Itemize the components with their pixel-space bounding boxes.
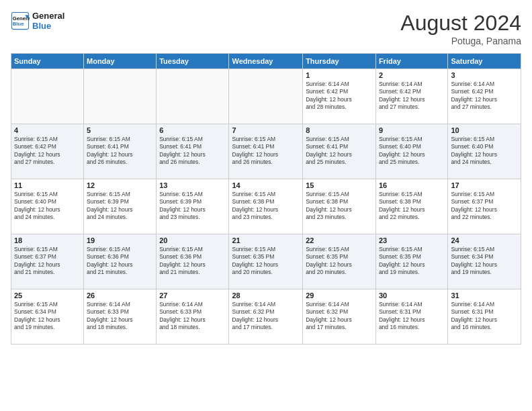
calendar-week-1: 1Sunrise: 6:14 AM Sunset: 6:42 PM Daylig… [11,69,521,124]
day-number: 22 [306,236,373,244]
day-info: Sunrise: 6:15 AM Sunset: 6:35 PM Dayligh… [306,246,373,277]
day-number: 9 [379,126,445,134]
day-number: 12 [87,181,153,189]
day-number: 19 [87,236,153,244]
day-number: 27 [159,291,226,300]
calendar-cell-5-6: 30Sunrise: 6:14 AM Sunset: 6:31 PM Dayli… [375,289,447,345]
calendar-cell-3-3: 13Sunrise: 6:15 AM Sunset: 6:39 PM Dayli… [157,179,229,234]
calendar-cell-4-7: 24Sunrise: 6:15 AM Sunset: 6:34 PM Dayli… [448,234,521,289]
calendar-cell-4-6: 23Sunrise: 6:15 AM Sunset: 6:35 PM Dayli… [375,234,447,289]
calendar-cell-3-4: 14Sunrise: 6:15 AM Sunset: 6:38 PM Dayli… [229,179,303,234]
day-number: 13 [159,181,226,189]
header-monday: Monday [84,54,157,69]
header-friday: Friday [375,54,447,69]
calendar-cell-3-7: 17Sunrise: 6:15 AM Sunset: 6:37 PM Dayli… [448,179,521,234]
calendar-cell-3-1: 11Sunrise: 6:15 AM Sunset: 6:40 PM Dayli… [11,179,84,234]
calendar-cell-5-5: 29Sunrise: 6:14 AM Sunset: 6:32 PM Dayli… [303,289,376,345]
calendar-week-4: 18Sunrise: 6:15 AM Sunset: 6:37 PM Dayli… [11,234,521,289]
day-info: Sunrise: 6:15 AM Sunset: 6:35 PM Dayligh… [232,246,300,277]
calendar-cell-1-1 [11,69,84,124]
day-info: Sunrise: 6:14 AM Sunset: 6:42 PM Dayligh… [451,81,518,111]
day-info: Sunrise: 6:14 AM Sunset: 6:42 PM Dayligh… [379,81,445,111]
day-info: Sunrise: 6:15 AM Sunset: 6:40 PM Dayligh… [451,136,518,167]
day-number: 11 [14,181,81,189]
calendar-cell-3-5: 15Sunrise: 6:15 AM Sunset: 6:38 PM Dayli… [303,179,376,234]
day-info: Sunrise: 6:14 AM Sunset: 6:31 PM Dayligh… [451,301,518,332]
calendar-week-5: 25Sunrise: 6:15 AM Sunset: 6:34 PM Dayli… [11,289,521,345]
calendar-cell-1-7: 3Sunrise: 6:14 AM Sunset: 6:42 PM Daylig… [448,69,521,124]
logo-text-line2: Blue [32,21,64,31]
day-info: Sunrise: 6:15 AM Sunset: 6:42 PM Dayligh… [14,136,81,167]
header-thursday: Thursday [303,54,376,69]
day-info: Sunrise: 6:15 AM Sunset: 6:34 PM Dayligh… [14,301,81,332]
day-number: 23 [379,236,445,244]
header-sunday: Sunday [11,54,84,69]
day-number: 29 [306,291,373,300]
calendar-cell-2-5: 8Sunrise: 6:15 AM Sunset: 6:41 PM Daylig… [303,124,376,179]
day-info: Sunrise: 6:14 AM Sunset: 6:32 PM Dayligh… [232,301,300,332]
day-number: 17 [451,181,518,189]
calendar-table: Sunday Monday Tuesday Wednesday Thursday… [11,53,521,345]
day-number: 6 [159,126,226,134]
calendar-week-2: 4Sunrise: 6:15 AM Sunset: 6:42 PM Daylig… [11,124,521,179]
month-title: August 2024 [400,11,521,36]
day-info: Sunrise: 6:15 AM Sunset: 6:36 PM Dayligh… [87,246,153,277]
calendar-cell-1-5: 1Sunrise: 6:14 AM Sunset: 6:42 PM Daylig… [303,69,376,124]
day-number: 25 [14,291,81,300]
day-number: 31 [451,291,518,300]
header-tuesday: Tuesday [157,54,229,69]
calendar-cell-2-3: 6Sunrise: 6:15 AM Sunset: 6:41 PM Daylig… [157,124,229,179]
day-info: Sunrise: 6:15 AM Sunset: 6:38 PM Dayligh… [379,191,445,222]
day-number: 24 [451,236,518,244]
day-info: Sunrise: 6:15 AM Sunset: 6:37 PM Dayligh… [14,246,81,277]
calendar-header-row: Sunday Monday Tuesday Wednesday Thursday… [11,54,521,69]
calendar-cell-2-4: 7Sunrise: 6:15 AM Sunset: 6:41 PM Daylig… [229,124,303,179]
day-info: Sunrise: 6:15 AM Sunset: 6:36 PM Dayligh… [159,246,226,277]
title-block: August 2024 Potuga, Panama [400,11,521,46]
day-number: 30 [379,291,445,300]
calendar-cell-4-2: 19Sunrise: 6:15 AM Sunset: 6:36 PM Dayli… [84,234,157,289]
day-info: Sunrise: 6:15 AM Sunset: 6:38 PM Dayligh… [306,191,373,222]
logo: General Blue General Blue [11,11,64,31]
calendar-week-3: 11Sunrise: 6:15 AM Sunset: 6:40 PM Dayli… [11,179,521,234]
day-info: Sunrise: 6:15 AM Sunset: 6:41 PM Dayligh… [306,136,373,167]
day-number: 18 [14,236,81,244]
day-info: Sunrise: 6:15 AM Sunset: 6:35 PM Dayligh… [379,246,445,277]
day-info: Sunrise: 6:15 AM Sunset: 6:37 PM Dayligh… [451,191,518,222]
day-number: 1 [306,71,373,79]
calendar-cell-4-1: 18Sunrise: 6:15 AM Sunset: 6:37 PM Dayli… [11,234,84,289]
day-number: 21 [232,236,300,244]
day-info: Sunrise: 6:15 AM Sunset: 6:34 PM Dayligh… [451,246,518,277]
day-info: Sunrise: 6:15 AM Sunset: 6:41 PM Dayligh… [159,136,226,167]
day-number: 2 [379,71,445,79]
calendar-cell-4-5: 22Sunrise: 6:15 AM Sunset: 6:35 PM Dayli… [303,234,376,289]
day-number: 14 [232,181,300,189]
calendar-cell-5-4: 28Sunrise: 6:14 AM Sunset: 6:32 PM Dayli… [229,289,303,345]
calendar-cell-5-3: 27Sunrise: 6:14 AM Sunset: 6:33 PM Dayli… [157,289,229,345]
calendar-cell-5-2: 26Sunrise: 6:14 AM Sunset: 6:33 PM Dayli… [84,289,157,345]
day-number: 8 [306,126,373,134]
day-number: 5 [87,126,153,134]
header-saturday: Saturday [448,54,521,69]
calendar-cell-1-6: 2Sunrise: 6:14 AM Sunset: 6:42 PM Daylig… [375,69,447,124]
calendar-cell-1-3 [157,69,229,124]
day-info: Sunrise: 6:15 AM Sunset: 6:41 PM Dayligh… [232,136,300,167]
day-number: 28 [232,291,300,300]
day-number: 15 [306,181,373,189]
day-number: 4 [14,126,81,134]
header-wednesday: Wednesday [229,54,303,69]
day-number: 26 [87,291,153,300]
page-header: General Blue General Blue August 2024 Po… [11,11,521,46]
calendar-cell-4-3: 20Sunrise: 6:15 AM Sunset: 6:36 PM Dayli… [157,234,229,289]
calendar-cell-5-1: 25Sunrise: 6:15 AM Sunset: 6:34 PM Dayli… [11,289,84,345]
calendar-cell-2-2: 5Sunrise: 6:15 AM Sunset: 6:41 PM Daylig… [84,124,157,179]
calendar-cell-3-6: 16Sunrise: 6:15 AM Sunset: 6:38 PM Dayli… [375,179,447,234]
day-info: Sunrise: 6:15 AM Sunset: 6:40 PM Dayligh… [14,191,81,222]
calendar-cell-2-7: 10Sunrise: 6:15 AM Sunset: 6:40 PM Dayli… [448,124,521,179]
day-number: 16 [379,181,445,189]
day-info: Sunrise: 6:14 AM Sunset: 6:33 PM Dayligh… [159,301,226,332]
day-info: Sunrise: 6:14 AM Sunset: 6:33 PM Dayligh… [87,301,153,332]
logo-text-line1: General [32,11,64,21]
location: Potuga, Panama [400,36,521,46]
day-info: Sunrise: 6:15 AM Sunset: 6:41 PM Dayligh… [87,136,153,167]
